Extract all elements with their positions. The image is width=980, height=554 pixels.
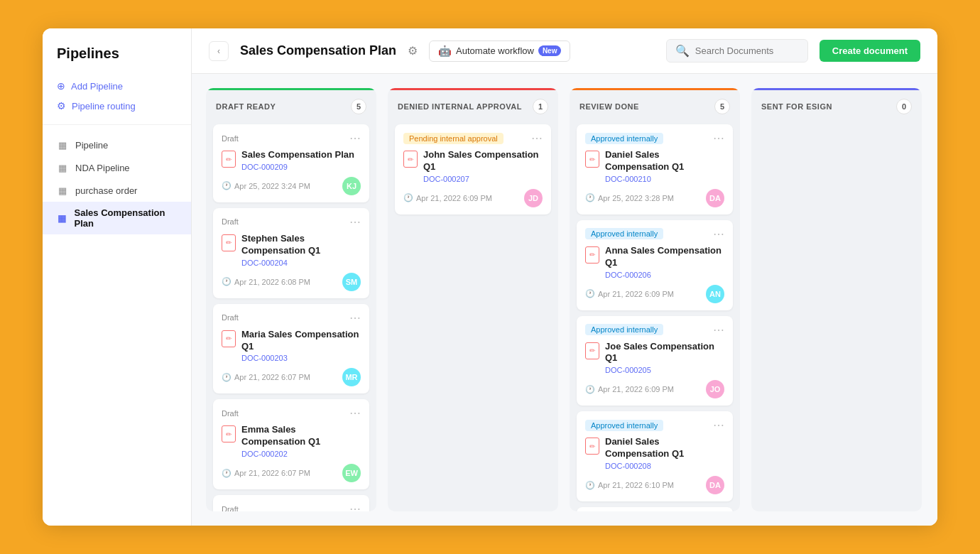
card-title: Sales Compensation Plan: [241, 149, 354, 161]
card-info: Daniel Sales Compensation Q1 DOC-000208: [605, 436, 724, 470]
card-title: Emma Sales Compensation Q1: [241, 424, 361, 448]
card-menu-button[interactable]: ⋯: [349, 406, 361, 420]
column-header-denied-internal-approval: DENIED INTERNAL APPROVAL 1: [388, 88, 558, 121]
column-denied-internal-approval: DENIED INTERNAL APPROVAL 1 Pending inter…: [388, 88, 558, 511]
card-menu-button[interactable]: ⋯: [349, 215, 361, 229]
card-header: Approved internally ⋯: [585, 131, 724, 145]
add-pipeline-icon: ⊕: [57, 80, 65, 92]
card-menu-button[interactable]: ⋯: [349, 502, 361, 511]
sidebar-item-label: NDA Pipeline: [75, 163, 130, 173]
automate-workflow-button[interactable]: 🤖 Automate workflow New: [429, 40, 570, 62]
page-title: Sales Compensation Plan: [240, 43, 396, 58]
table-icon: ▦: [57, 185, 68, 196]
card-date: 🕐 Apr 21, 2022 6:08 PM: [222, 277, 310, 286]
card-body: ✏ Joe Sales Compensation Q1 DOC-000205: [585, 341, 724, 375]
sidebar-item-label: Sales Compensation Plan: [75, 207, 177, 229]
document-icon: ✏: [585, 342, 599, 359]
card-menu-button[interactable]: ⋯: [713, 227, 724, 241]
card-date: 🕐 Apr 25, 2022 3:28 PM: [585, 193, 674, 202]
card-menu-button[interactable]: ⋯: [713, 131, 724, 145]
cards-container-draft-ready: Draft ⋯ ✏ Sales Compensation Plan DOC-00…: [206, 121, 376, 511]
card-status: Draft: [222, 217, 239, 226]
avatar: JD: [524, 189, 543, 207]
card-title: Joe Sales Compensation Q1: [605, 341, 724, 365]
card-doc-id: DOC-000208: [605, 462, 724, 470]
avatar: AN: [706, 285, 724, 303]
card-title: Stephen Sales Compensation Q1: [241, 233, 361, 257]
table-row[interactable]: Draft ⋯ ✏ Maria Sales Compensation Q1 DO…: [213, 304, 369, 394]
card-date-text: Apr 21, 2022 6:07 PM: [234, 469, 310, 477]
sidebar-item-sales-compensation[interactable]: ▦Sales Compensation Plan: [43, 202, 191, 234]
card-date-text: Apr 21, 2022 6:09 PM: [598, 290, 674, 298]
card-header: Draft ⋯: [222, 502, 361, 511]
card-header: Draft ⋯: [222, 215, 361, 229]
collapse-button[interactable]: ‹: [209, 41, 229, 61]
sidebar-item-purchase-order[interactable]: ▦purchase order: [43, 179, 191, 202]
card-body: ✏ Emma Sales Compensation Q1 DOC-000202: [222, 424, 361, 458]
avatar: JO: [706, 380, 724, 398]
document-icon: ✏: [585, 246, 599, 264]
avatar: DA: [706, 189, 724, 207]
create-document-button[interactable]: Create document: [820, 40, 920, 62]
card-status: Approved internally: [585, 228, 663, 239]
card-doc-id: DOC-000209: [241, 163, 354, 171]
column-count: 1: [533, 99, 548, 114]
clock-icon: 🕐: [222, 373, 232, 382]
sidebar-item-pipeline[interactable]: ▦Pipeline: [43, 134, 191, 156]
card-footer: 🕐 Apr 21, 2022 6:09 PM JO: [585, 380, 724, 398]
card-info: Emma Sales Compensation Q1 DOC-000202: [241, 424, 361, 458]
automate-label: Automate workflow: [456, 45, 534, 56]
card-date: 🕐 Apr 21, 2022 6:09 PM: [585, 289, 674, 298]
card-menu-button[interactable]: ⋯: [349, 311, 361, 325]
table-row[interactable]: Draft ⋯ ✏ Stephen Sales Compensation Q1 …: [213, 208, 369, 298]
card-title: Anna Sales Compensation Q1: [605, 245, 724, 269]
clock-icon: 🕐: [585, 193, 595, 202]
table-row[interactable]: Approved internally ⋯ ✏ Joe Sales Compen…: [577, 316, 733, 406]
column-title: SENT FOR ESIGN: [761, 102, 832, 111]
card-header: Draft ⋯: [222, 311, 361, 325]
card-doc-id: DOC-000210: [605, 175, 724, 183]
document-icon: ✏: [403, 151, 418, 168]
card-date: 🕐 Apr 21, 2022 6:09 PM: [403, 193, 492, 202]
card-menu-button[interactable]: ⋯: [349, 131, 361, 145]
clock-icon: 🕐: [222, 277, 232, 286]
table-row[interactable]: Approved internally ⋯ ✏ Daniel Sales Com…: [577, 124, 733, 214]
card-header: Pending internal approval ⋯: [403, 131, 543, 145]
card-status: Draft: [222, 313, 239, 322]
card-info: Maria Sales Compensation Q1 DOC-000203: [241, 329, 361, 363]
card-doc-id: DOC-000202: [241, 450, 361, 458]
sidebar-action-pipeline-routing[interactable]: ⚙Pipeline routing: [43, 96, 191, 116]
search-icon: 🔍: [675, 44, 690, 58]
table-row[interactable]: Pending internal approval ⋯ ✏ John Sales…: [395, 124, 551, 214]
settings-icon[interactable]: ⚙: [408, 44, 418, 58]
card-header: Draft ⋯: [222, 406, 361, 420]
search-input[interactable]: [695, 45, 799, 56]
sidebar-item-label: purchase order: [75, 185, 137, 196]
document-icon: ✏: [222, 425, 236, 442]
table-row[interactable]: Approved internally ⋯ ✏ Daniel Sales Com…: [577, 411, 733, 501]
column-count: 0: [896, 99, 912, 114]
sidebar-action-add-pipeline[interactable]: ⊕Add Pipeline: [43, 76, 191, 96]
column-review-done: REVIEW DONE 5 Approved internally ⋯ ✏ Da…: [570, 88, 740, 511]
document-icon: ✏: [585, 438, 599, 455]
search-box[interactable]: 🔍: [666, 39, 808, 63]
table-row[interactable]: Draft ⋯ ✏ Sales Compensation Plan DOC-00…: [213, 124, 369, 202]
pipeline-routing-label: Pipeline routing: [72, 101, 136, 112]
card-info: Anna Sales Compensation Q1 DOC-000206: [605, 245, 724, 279]
table-row[interactable]: Draft ⋯ ✏ Emma Sales Compensation Q1 DOC…: [213, 399, 369, 489]
card-date-text: Apr 21, 2022 6:09 PM: [416, 194, 492, 202]
column-header-review-done: REVIEW DONE 5: [570, 88, 740, 121]
card-menu-button[interactable]: ⋯: [713, 323, 724, 337]
card-footer: 🕐 Apr 21, 2022 6:07 PM EW: [222, 464, 361, 482]
sidebar-title: Pipelines: [43, 45, 191, 76]
card-menu-button[interactable]: ⋯: [531, 131, 543, 145]
table-icon: ▦: [57, 139, 68, 151]
card-info: Sales Compensation Plan DOC-000209: [241, 149, 354, 171]
card-menu-button[interactable]: ⋯: [713, 418, 724, 432]
table-row[interactable]: Approved internally ⋯ ✏ Sales Compensati…: [577, 507, 733, 511]
table-row[interactable]: Approved internally ⋯ ✏ Anna Sales Compe…: [577, 220, 733, 310]
table-row[interactable]: Draft ⋯ ✏ Jacob Sales Compensation Q1 DO…: [213, 495, 369, 511]
pipeline-routing-icon: ⚙: [57, 100, 66, 112]
sidebar-item-nda-pipeline[interactable]: ▦NDA Pipeline: [43, 156, 191, 179]
card-body: ✏ Daniel Sales Compensation Q1 DOC-00020…: [585, 436, 724, 470]
